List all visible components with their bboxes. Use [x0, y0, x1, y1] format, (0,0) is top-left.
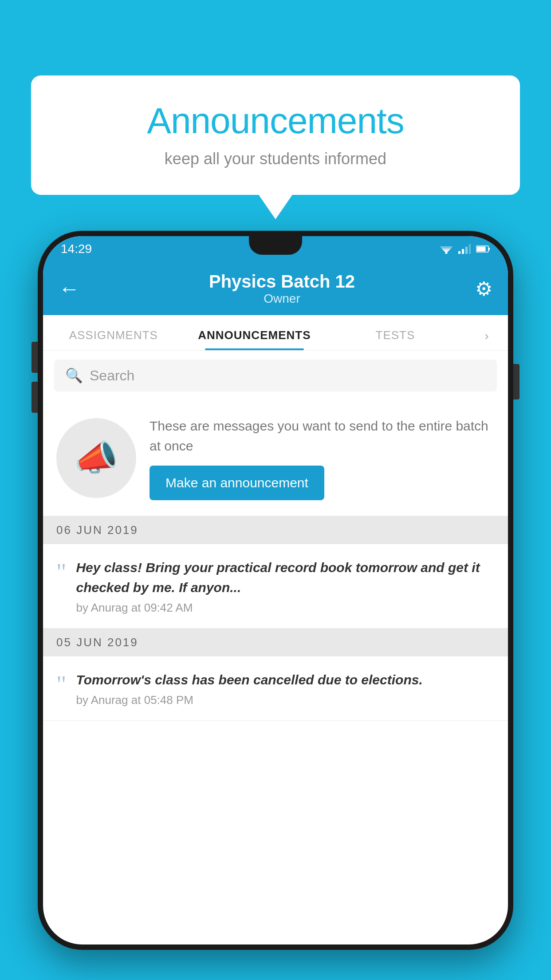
- signal-icon: [458, 244, 471, 254]
- svg-rect-5: [462, 249, 464, 254]
- bubble-subtitle: keep all your students informed: [58, 150, 493, 168]
- tab-assignments[interactable]: ASSIGNMENTS: [43, 328, 184, 350]
- svg-rect-7: [469, 244, 471, 254]
- notch: [249, 236, 302, 255]
- volume-down-button: [31, 382, 38, 413]
- status-time: 14:29: [61, 242, 92, 256]
- quote-icon-2: ": [56, 672, 66, 696]
- tab-announcements[interactable]: ANNOUNCEMENTS: [184, 328, 325, 350]
- speech-bubble: Announcements keep all your students inf…: [31, 75, 520, 195]
- search-bar[interactable]: 🔍 Search: [54, 360, 497, 391]
- announcement-text-2: Tomorrow's class has been cancelled due …: [76, 670, 495, 690]
- app-bar-subtitle: Owner: [89, 292, 475, 306]
- search-container: 🔍 Search: [43, 351, 508, 400]
- prompt-right: These are messages you want to send to t…: [150, 416, 495, 500]
- announcement-content-1: Hey class! Bring your practical record b…: [76, 557, 495, 615]
- volume-up-button: [31, 342, 38, 373]
- phone-screen: 14:29: [43, 236, 508, 944]
- announcement-meta-1: by Anurag at 09:42 AM: [76, 601, 495, 615]
- app-bar: ← Physics Batch 12 Owner ⚙: [43, 262, 508, 315]
- tab-more[interactable]: ›: [466, 329, 508, 350]
- status-bar: 14:29: [43, 236, 508, 262]
- svg-rect-6: [465, 247, 468, 254]
- app-bar-title: Physics Batch 12: [89, 272, 475, 292]
- search-input[interactable]: Search: [90, 368, 134, 384]
- announcement-item-2[interactable]: " Tomorrow's class has been cancelled du…: [43, 656, 508, 721]
- tabs-bar: ASSIGNMENTS ANNOUNCEMENTS TESTS ›: [43, 315, 508, 351]
- announcement-prompt: 📣 These are messages you want to send to…: [43, 400, 508, 516]
- wifi-icon: [440, 244, 453, 254]
- back-button[interactable]: ←: [59, 277, 80, 301]
- megaphone-circle: 📣: [56, 418, 136, 498]
- date-separator-2: 05 JUN 2019: [43, 628, 508, 656]
- date-separator-1: 06 JUN 2019: [43, 516, 508, 544]
- announcement-meta-2: by Anurag at 05:48 PM: [76, 693, 495, 707]
- make-announcement-button[interactable]: Make an announcement: [150, 466, 324, 500]
- announcement-text-1: Hey class! Bring your practical record b…: [76, 557, 495, 597]
- announcement-content-2: Tomorrow's class has been cancelled due …: [76, 670, 495, 707]
- phone-outer: 14:29: [38, 231, 513, 950]
- status-icons: [440, 244, 490, 254]
- bubble-title: Announcements: [58, 100, 493, 142]
- announcement-item-1[interactable]: " Hey class! Bring your practical record…: [43, 544, 508, 628]
- app-bar-center: Physics Batch 12 Owner: [89, 272, 475, 306]
- quote-icon-1: ": [56, 560, 66, 584]
- tab-tests[interactable]: TESTS: [325, 328, 466, 350]
- svg-rect-9: [488, 248, 490, 250]
- svg-rect-4: [458, 251, 460, 254]
- search-icon: 🔍: [65, 367, 83, 384]
- settings-button[interactable]: ⚙: [475, 277, 492, 300]
- battery-icon: [476, 245, 490, 253]
- prompt-description: These are messages you want to send to t…: [150, 416, 495, 456]
- megaphone-icon: 📣: [74, 437, 118, 479]
- power-button: [513, 364, 520, 399]
- svg-rect-10: [477, 247, 486, 252]
- phone-container: 14:29: [38, 231, 513, 980]
